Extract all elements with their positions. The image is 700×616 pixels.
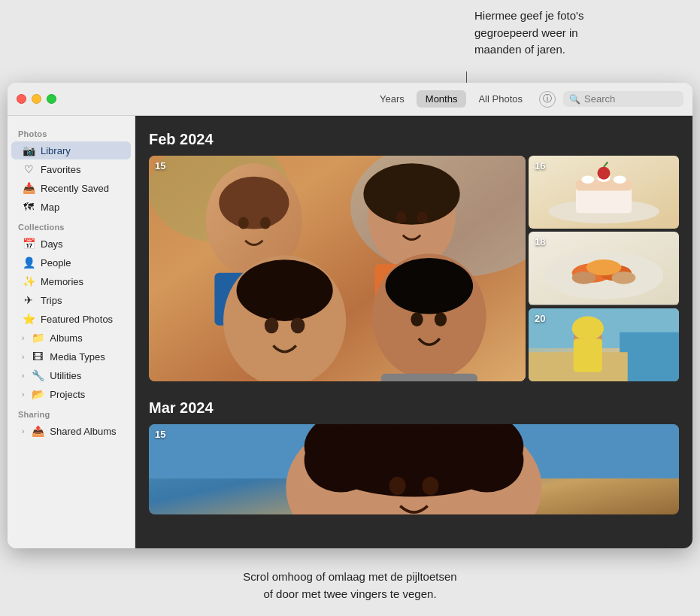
sidebar-item-media-types[interactable]: › 🎞 Media Types	[11, 347, 131, 366]
svg-point-29	[614, 175, 626, 184]
annotation-bottom: Scrol omhoog of omlaag met de pijltoetse…	[0, 569, 700, 602]
svg-point-15	[265, 317, 279, 333]
days-icon: 📅	[22, 238, 35, 250]
app-body: Photos 📷 Library ♡ Favorites 📥 Recently …	[8, 116, 692, 548]
main-photo-mar[interactable]: 15	[149, 424, 679, 514]
side-photo-feb-18[interactable]: 18	[529, 232, 679, 305]
sidebar-item-people-label: People	[41, 257, 71, 269]
annotation-top-line2: gegroepeerd weer in	[474, 26, 578, 39]
shared-albums-chevron: ›	[22, 427, 24, 435]
memories-icon: ✨	[22, 275, 35, 287]
photo-count-feb-20: 20	[535, 313, 545, 324]
annotation-top-line3: maanden of jaren.	[474, 43, 565, 56]
sidebar-item-map[interactable]: 🗺 Map	[11, 198, 131, 216]
svg-point-21	[435, 312, 447, 326]
sidebar-item-library[interactable]: 📷 Library	[11, 141, 131, 159]
photo-grid-mar: 15	[149, 424, 679, 514]
sidebar-item-favorites[interactable]: ♡ Favorites	[11, 160, 131, 178]
traffic-lights	[17, 94, 56, 104]
utilities-chevron: ›	[22, 372, 24, 380]
svg-point-16	[291, 317, 305, 333]
svg-point-54	[389, 477, 406, 495]
media-types-chevron: ›	[22, 353, 24, 361]
month-label-feb: Feb 2024	[149, 131, 679, 148]
sidebar-item-trips[interactable]: ✈ Trips	[11, 291, 131, 309]
tab-allphotos[interactable]: All Photos	[469, 90, 532, 108]
month-feb2024: Feb 2024	[149, 131, 679, 381]
content-area[interactable]: Feb 2024	[135, 116, 692, 548]
sidebar-item-recently-saved[interactable]: 📥 Recently Saved	[11, 179, 131, 197]
month-mar2024: Mar 2024	[149, 399, 679, 514]
sidebar-item-favorites-label: Favorites	[41, 164, 80, 175]
shared-albums-icon: 📤	[31, 425, 44, 437]
utilities-icon: 🔧	[31, 369, 44, 381]
svg-point-55	[422, 477, 438, 495]
photo-count-mar: 15	[155, 429, 165, 440]
sidebar-item-recently-saved-label: Recently Saved	[41, 183, 109, 194]
month-label-mar: Mar 2024	[149, 399, 679, 417]
svg-rect-41	[620, 332, 679, 381]
search-icon: 🔍	[569, 94, 580, 105]
sidebar-item-memories[interactable]: ✨ Memories	[11, 272, 131, 290]
toolbar-right: Years Months All Photos ⓘ 🔍	[371, 90, 683, 108]
titlebar: Years Months All Photos ⓘ 🔍	[8, 83, 692, 116]
svg-point-9	[363, 163, 459, 225]
svg-point-11	[417, 211, 428, 223]
annotation-bottom-line2: of door met twee vingers te vegen.	[263, 587, 436, 600]
svg-point-38	[612, 272, 636, 284]
sidebar-section-photos: Photos	[8, 123, 135, 141]
tab-years[interactable]: Years	[371, 90, 414, 108]
annotation-top-line1: Hiermee geef je foto's	[474, 9, 583, 22]
svg-point-10	[396, 211, 407, 223]
photo-grid-feb: 15	[149, 156, 679, 381]
search-box: 🔍	[563, 91, 683, 107]
svg-point-27	[581, 175, 594, 184]
search-input[interactable]	[584, 93, 674, 105]
sidebar-item-albums[interactable]: › 📁 Albums	[11, 329, 131, 347]
sidebar-item-trips-label: Trips	[41, 295, 62, 306]
side-photos-feb: 16	[529, 156, 679, 381]
sidebar-section-collections: Collections	[8, 217, 135, 234]
sidebar-item-days[interactable]: 📅 Days	[11, 235, 131, 253]
maximize-button[interactable]	[47, 94, 56, 104]
sidebar-item-media-types-label: Media Types	[50, 351, 105, 363]
tab-months[interactable]: Months	[417, 90, 467, 108]
sidebar-item-shared-albums[interactable]: › 📤 Shared Albums	[11, 422, 131, 440]
sidebar-item-featured-photos[interactable]: ⭐ Featured Photos	[11, 310, 131, 328]
featured-photos-icon: ⭐	[22, 313, 35, 325]
sidebar-section-sharing: Sharing	[8, 404, 135, 421]
sidebar-item-utilities[interactable]: › 🔧 Utilities	[11, 366, 131, 384]
projects-chevron: ›	[22, 390, 24, 399]
svg-rect-17	[232, 381, 338, 381]
selfie-photo	[149, 156, 526, 381]
sidebar-item-featured-photos-label: Featured Photos	[41, 314, 113, 325]
sidebar: Photos 📷 Library ♡ Favorites 📥 Recently …	[8, 116, 135, 548]
sidebar-item-projects-label: Projects	[50, 389, 85, 400]
projects-icon: 📂	[31, 388, 44, 400]
side-photo-feb-16[interactable]: 16	[529, 156, 679, 229]
sidebar-item-shared-albums-label: Shared Albums	[50, 426, 116, 437]
svg-rect-22	[381, 374, 477, 381]
close-button[interactable]	[17, 94, 26, 104]
main-photo-feb[interactable]: 15	[149, 156, 526, 381]
annotation-bottom-line1: Scrol omhoog of omlaag met de pijltoetse…	[243, 570, 456, 583]
svg-point-6	[260, 217, 271, 229]
minimize-button[interactable]	[32, 94, 41, 104]
sidebar-item-albums-label: Albums	[50, 332, 82, 344]
sidebar-item-library-label: Library	[41, 145, 71, 156]
side-photo-feb-20[interactable]: 20	[529, 308, 679, 381]
sidebar-item-days-label: Days	[41, 238, 63, 250]
info-button[interactable]: ⓘ	[539, 91, 556, 108]
svg-point-14	[237, 259, 333, 321]
favorites-icon: ♡	[22, 163, 35, 175]
map-icon: 🗺	[22, 201, 35, 213]
annotation-top: Hiermee geef je foto's gegroepeerd weer …	[474, 8, 685, 59]
sidebar-item-map-label: Map	[41, 202, 59, 213]
sidebar-item-memories-label: Memories	[41, 276, 83, 287]
sidebar-item-projects[interactable]: › 📂 Projects	[11, 385, 131, 403]
svg-point-5	[238, 217, 249, 229]
svg-point-30	[598, 167, 611, 180]
svg-point-4	[219, 177, 289, 229]
sidebar-item-people[interactable]: 👤 People	[11, 253, 131, 272]
people-icon: 👤	[22, 256, 35, 269]
